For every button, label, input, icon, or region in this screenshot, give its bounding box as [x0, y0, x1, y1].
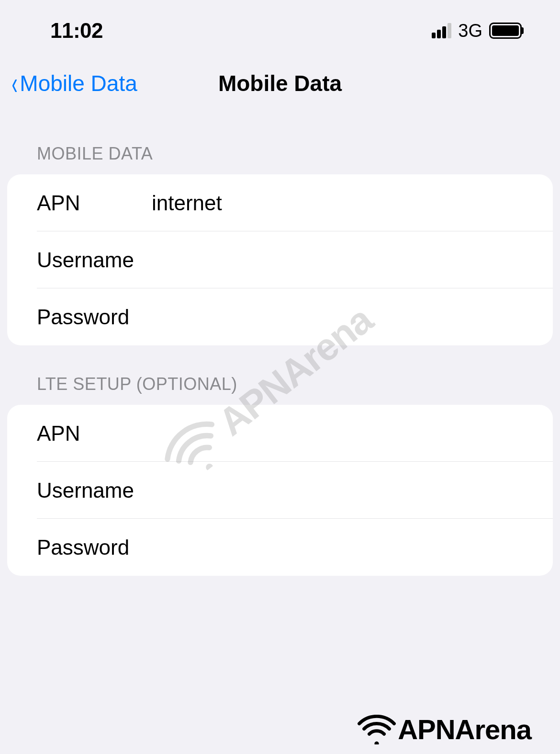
- lte-apn-label: APN: [37, 422, 152, 446]
- wifi-icon: [358, 715, 396, 744]
- lte-apn-input[interactable]: [152, 422, 553, 446]
- section-mobile-data: MOBILE DATA APN Username Password: [7, 144, 553, 345]
- signal-icon: [432, 23, 451, 38]
- back-button[interactable]: ‹ Mobile Data: [11, 70, 137, 96]
- lte-password-input[interactable]: [152, 536, 553, 560]
- back-label: Mobile Data: [20, 70, 137, 96]
- lte-password-label: Password: [37, 536, 152, 560]
- lte-username-row[interactable]: Username: [7, 462, 553, 519]
- content: MOBILE DATA APN Username Password LTE SE…: [0, 105, 560, 576]
- password-label: Password: [37, 305, 152, 329]
- section-header: MOBILE DATA: [7, 144, 553, 164]
- apn-label: APN: [37, 191, 152, 215]
- brand-logo: APNArena: [358, 713, 531, 745]
- apn-input[interactable]: [152, 191, 553, 215]
- lte-username-input[interactable]: [152, 479, 553, 503]
- lte-password-row[interactable]: Password: [7, 519, 553, 576]
- status-bar: 11:02 3G: [0, 0, 560, 53]
- lte-username-label: Username: [37, 479, 152, 503]
- nav-bar: ‹ Mobile Data Mobile Data: [0, 53, 560, 105]
- username-input[interactable]: [152, 248, 553, 272]
- status-right: 3G: [432, 21, 536, 41]
- section-header: LTE SETUP (OPTIONAL): [7, 374, 553, 394]
- username-row[interactable]: Username: [7, 231, 553, 288]
- battery-icon: [489, 23, 522, 39]
- apn-row[interactable]: APN: [7, 174, 553, 231]
- section-body: APN Username Password: [7, 405, 553, 576]
- page-title: Mobile Data: [218, 70, 342, 96]
- brand-text: APNArena: [398, 713, 531, 745]
- network-type: 3G: [458, 21, 482, 41]
- status-time: 11:02: [50, 19, 103, 43]
- lte-apn-row[interactable]: APN: [7, 405, 553, 462]
- section-body: APN Username Password: [7, 174, 553, 345]
- password-row[interactable]: Password: [7, 288, 553, 345]
- chevron-left-icon: ‹: [12, 67, 18, 100]
- password-input[interactable]: [152, 305, 553, 329]
- section-lte-setup: LTE SETUP (OPTIONAL) APN Username Passwo…: [7, 374, 553, 576]
- username-label: Username: [37, 248, 152, 272]
